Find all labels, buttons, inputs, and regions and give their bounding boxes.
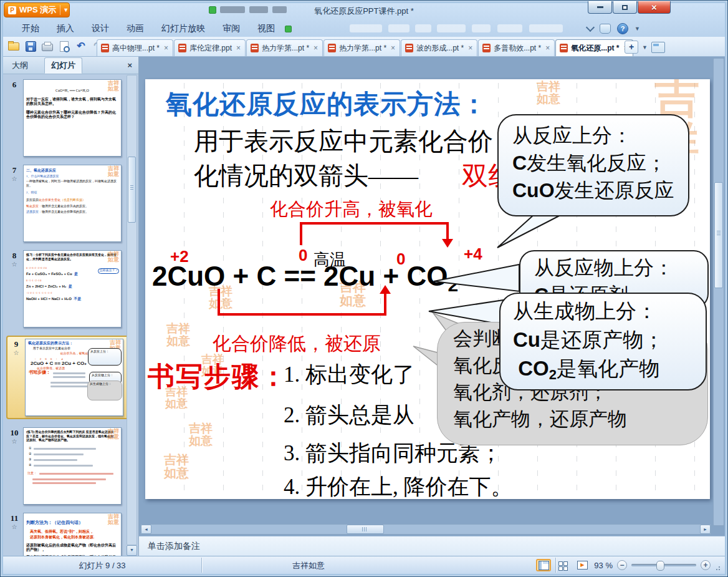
seal-watermark: 吉祥如意 — [107, 429, 120, 440]
slide-thumbnail-7[interactable]: 7☆ 吉祥如意 二、氧化还原反应 1、什么叫氧化还原反应 一种物质被氧化，同时另… — [6, 165, 138, 242]
menu-home[interactable]: 开始 — [13, 21, 48, 37]
callout-reaction[interactable]: 从反应上分： C发生氧化反应； CuO发生还原反应 — [497, 114, 689, 216]
scrollbar-grip — [130, 187, 133, 188]
help-caret-icon[interactable]: ▼ — [635, 26, 640, 32]
tab-close-icon[interactable]: × — [163, 44, 168, 52]
scroll-right-icon[interactable]: ► — [700, 525, 711, 534]
panel-tabs: 大纲 幻灯片 × — [3, 57, 138, 74]
thumb-meta: 10☆ — [6, 427, 23, 505]
arrange-panes-icon[interactable] — [651, 42, 665, 53]
tab-controls: + ▼ — [625, 41, 665, 54]
wps-logo-icon: P — [8, 6, 16, 14]
print-button[interactable] — [42, 41, 53, 52]
sidebar-scrollbar-thumb[interactable] — [128, 157, 136, 223]
tab-slides[interactable]: 幻灯片 — [44, 57, 82, 74]
menu-review[interactable]: 审阅 — [214, 21, 249, 37]
doc-tab-active[interactable]: 氧化还原...pt *× — [555, 39, 633, 56]
menu-design[interactable]: 设计 — [83, 21, 118, 37]
doc-tab[interactable]: 波的形成...pt *× — [401, 39, 477, 56]
zoom-slider-thumb[interactable] — [656, 561, 664, 571]
status-bar: 幻灯片 9 / 33 吉祥如意 ▶ 93 % − + — [3, 556, 725, 574]
panel-close-icon[interactable]: × — [127, 61, 132, 70]
skin-theme-icon[interactable] — [600, 24, 611, 34]
view-normal-button[interactable] — [536, 559, 551, 571]
help-icon[interactable]: ? — [617, 23, 628, 34]
menu-insert[interactable]: 插入 — [48, 21, 83, 37]
ppt-file-icon — [178, 44, 186, 52]
thumb-canvas: 吉祥如意 判断方法为：（记住四句话） 高失氧、低得氧。若说“剂”，则相反， 还原… — [23, 513, 122, 557]
doc-tab[interactable]: 高中物理...pt *× — [97, 39, 173, 56]
doc-tab[interactable]: 热力学第...pt *× — [323, 39, 400, 56]
tab-close-icon[interactable]: × — [312, 44, 318, 52]
seal-watermark: 吉祥如意 — [107, 514, 120, 525]
scroll-left-icon[interactable]: ◄ — [141, 525, 151, 534]
slide-thumbnail-8[interactable]: 8☆ 吉祥如意 练习：分析下列反应中各元素化合价在反应前后有无变化，如何变化，并… — [6, 250, 138, 327]
theme-name: 吉祥如意 — [271, 560, 346, 571]
slide-thumbnail-11[interactable]: 11☆ 吉祥如意 判断方法为：（记住四句话） 高失氧、低得氧。若说“剂”，则相反… — [6, 513, 138, 557]
slide-thumbnail-6[interactable]: 6 吉祥如意 CuO+H₂ ══ Cu+H₂O 对于这一反应，谁得到氧，谁失去氧… — [6, 79, 138, 157]
sidebar-scroll-down-icon[interactable]: ▼ — [127, 545, 137, 556]
notes-placeholder: 单击添加备注 — [148, 541, 200, 551]
slide-canvas[interactable]: 吉祥 吉祥如意 吉祥如意 吉祥如意 吉祥如意 吉祥如意 吉祥如意 吉祥如意 吉祥… — [145, 79, 710, 499]
wps-app-button[interactable]: P WPS 演示 ▼ — [4, 2, 70, 17]
app-menu-caret-icon[interactable]: ▼ — [63, 7, 69, 13]
menubar-faded-item — [350, 24, 382, 32]
tab-close-icon[interactable]: × — [390, 44, 395, 52]
menubar-faded-item — [388, 24, 410, 32]
tab-close-icon[interactable]: × — [467, 44, 472, 52]
notes-pane[interactable]: 单击添加备注 — [139, 536, 725, 557]
thumb-meta: 7☆ — [6, 165, 23, 242]
tab-outline[interactable]: 大纲 — [12, 60, 28, 71]
undo-button[interactable]: ↶ — [75, 41, 87, 52]
menu-view[interactable]: 视图 — [249, 21, 284, 37]
open-file-button[interactable] — [8, 41, 19, 52]
collapse-ribbon-icon[interactable] — [586, 23, 595, 32]
tab-close-icon[interactable]: × — [235, 44, 241, 52]
hscrollbar-thumb[interactable] — [347, 525, 384, 534]
doc-tab[interactable]: 库伦定律.ppt× — [174, 39, 246, 56]
seal-watermark: 吉祥如意 — [107, 251, 120, 263]
tab-close-icon[interactable]: × — [544, 44, 550, 52]
maximize-icon — [622, 5, 628, 10]
doc-tab[interactable]: 多普勒效...pt *× — [478, 39, 555, 56]
app-button-divider — [60, 5, 60, 15]
doc-tab[interactable]: 热力学第...pt *× — [246, 39, 323, 56]
slide-thumbnail-10[interactable]: 10☆ 吉祥如意 [练习] 用化合价升降的观点去判断下列的反 应是否是氧化还原反… — [6, 427, 138, 505]
maximize-button[interactable] — [613, 1, 637, 14]
print-preview-button[interactable] — [59, 41, 70, 52]
close-icon: × — [651, 2, 657, 12]
view-sorter-button[interactable] — [555, 559, 570, 571]
main-horizontal-scrollbar[interactable]: ◄ ► — [140, 524, 711, 535]
scrollbar-grip — [364, 527, 365, 531]
save-button[interactable] — [25, 41, 36, 52]
close-button[interactable]: × — [638, 1, 671, 14]
sidebar-scrollbar[interactable] — [127, 75, 137, 545]
zoom-out-button[interactable]: − — [617, 560, 627, 570]
ppt-file-icon — [405, 44, 413, 52]
minimize-button[interactable] — [588, 1, 612, 14]
animation-star-icon: ☆ — [6, 175, 23, 182]
zoom-slider[interactable] — [631, 560, 696, 570]
main-vertical-scrollbar[interactable] — [713, 58, 724, 526]
resize-grip-icon — [715, 565, 720, 570]
zoom-in-button[interactable]: + — [701, 560, 711, 570]
new-tab-button[interactable]: + — [625, 41, 638, 54]
thumb-callout: 怎样表示？ ? — [98, 268, 119, 274]
animation-star-icon: ☆ — [7, 349, 25, 356]
ppt-file-icon — [251, 44, 259, 52]
menubar-faded-item — [437, 24, 466, 32]
open-folder-icon — [8, 42, 19, 51]
tab-list-caret-icon[interactable]: ▼ — [642, 44, 648, 51]
arrow-head-up-icon — [380, 285, 391, 294]
window-controls: × — [587, 1, 671, 14]
menu-slideshow[interactable]: 幻灯片放映 — [153, 21, 214, 37]
menu-animation[interactable]: 动画 — [118, 21, 153, 37]
save-icon — [26, 41, 36, 52]
scrollbar-grip — [717, 233, 721, 233]
seal-watermark: 吉祥如意 — [107, 80, 120, 92]
vscrollbar-thumb[interactable] — [714, 182, 723, 288]
slide-thumbnail-9-selected[interactable]: 9☆ 吉祥如意 氧化还原反应的表示方法： 用于表示反应中元素化合价 化合价升高，… — [6, 336, 130, 419]
callout-product[interactable]: 从生成物上分： Cu是还原产物； CO2是氧化产物 — [499, 293, 707, 390]
menubar-faded-item — [529, 24, 563, 32]
view-slideshow-button[interactable]: ▶ — [575, 559, 590, 571]
